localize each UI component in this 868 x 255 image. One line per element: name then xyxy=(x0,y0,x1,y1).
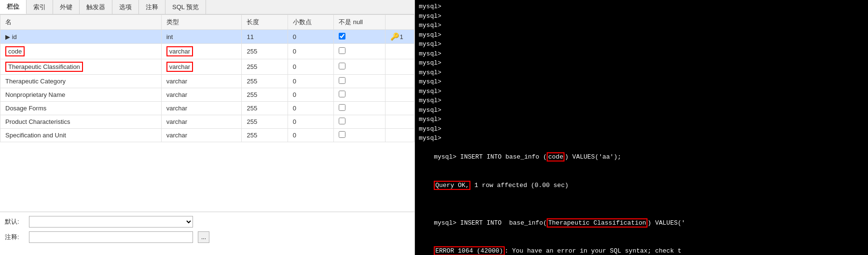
cell-name-7: Specification and Unit xyxy=(0,129,162,142)
comment-input[interactable] xyxy=(29,231,193,243)
highlight-error-code: ERROR 1064 (42000) xyxy=(434,246,504,255)
tab-sql-preview[interactable]: SQL 预览 xyxy=(165,0,206,14)
tab-trigger[interactable]: 触发器 xyxy=(80,0,112,14)
cell-key-2 xyxy=(386,59,414,75)
table-row[interactable]: Dosage Formsvarchar2550 xyxy=(0,102,414,115)
cell-length-1: 255 xyxy=(242,44,288,59)
terminal-prompt-line: mysql> xyxy=(419,58,864,68)
cell-not-null-1 xyxy=(334,44,386,59)
cell-name-6: Product Characteristics xyxy=(0,115,162,129)
table-row[interactable]: Product Characteristicsvarchar2550 xyxy=(0,115,414,129)
default-select[interactable] xyxy=(29,216,193,228)
table-row[interactable]: Therapeutic Classificationvarchar2550 xyxy=(0,59,414,75)
tab-options[interactable]: 选项 xyxy=(112,0,139,14)
bottom-panel: 默认: 注释: ... xyxy=(0,212,414,255)
cell-length-6: 255 xyxy=(242,115,288,129)
terminal-prompt-line: mysql> xyxy=(419,106,864,115)
cell-length-0: 11 xyxy=(242,30,288,44)
cell-type-4: varchar xyxy=(161,88,242,102)
header-key xyxy=(386,15,414,30)
table-row[interactable]: Specification and Unitvarchar2550 xyxy=(0,129,414,142)
cell-type-0: int xyxy=(161,30,242,44)
cell-type-3: varchar xyxy=(161,75,242,88)
tab-foreign-key[interactable]: 外键 xyxy=(53,0,80,14)
cell-length-3: 255 xyxy=(242,75,288,88)
header-type: 类型 xyxy=(161,15,242,30)
cell-decimal-4: 0 xyxy=(288,88,333,102)
cell-not-null-3 xyxy=(334,75,386,88)
terminal-prompt-line: mysql> xyxy=(419,124,864,134)
not-null-checkbox[interactable] xyxy=(339,47,345,54)
not-null-checkbox[interactable] xyxy=(339,118,345,124)
cell-key-5 xyxy=(386,102,414,115)
cell-decimal-7: 0 xyxy=(288,129,333,142)
highlight-tc: Therapeutic Classification xyxy=(547,218,648,228)
terminal-prompt-line: mysql> xyxy=(419,40,864,49)
cell-name-4: Nonproprietary Name xyxy=(0,88,162,102)
table-row[interactable]: Nonproprietary Namevarchar2550 xyxy=(0,88,414,102)
terminal-prompt-line: mysql> xyxy=(419,96,864,106)
cell-length-4: 255 xyxy=(242,88,288,102)
cell-decimal-1: 0 xyxy=(288,44,333,59)
default-row: 默认: xyxy=(5,216,410,228)
tab-index[interactable]: 索引 xyxy=(27,0,53,14)
tab-bar: 栏位 索引 外键 触发器 选项 注释 SQL 预览 xyxy=(0,0,414,14)
cell-length-7: 255 xyxy=(242,129,288,142)
highlighted-type: varchar xyxy=(166,62,193,72)
field-name: Therapeutic Category xyxy=(5,78,66,85)
row-arrow: ▶ xyxy=(5,33,12,40)
field-name: id xyxy=(12,33,17,40)
default-label: 默认: xyxy=(5,217,24,226)
terminal-prompt-line: mysql> xyxy=(419,134,864,143)
dots-button[interactable]: ... xyxy=(198,231,209,243)
cell-not-null-2 xyxy=(334,59,386,75)
cell-not-null-7 xyxy=(334,129,386,142)
not-null-checkbox[interactable] xyxy=(339,77,345,84)
field-name: Nonproprietary Name xyxy=(5,91,65,98)
terminal-prompt-line: mysql> xyxy=(419,49,864,59)
tab-comment[interactable]: 注释 xyxy=(139,0,165,14)
field-name: Product Characteristics xyxy=(5,118,70,125)
terminal-error-line: ERROR 1064 (42000): You have an error in… xyxy=(419,237,864,255)
not-null-checkbox[interactable] xyxy=(339,104,345,111)
terminal-insert-code: mysql> INSERT INTO base_info (code) VALU… xyxy=(419,143,864,172)
terminal-prompt-line: mysql> xyxy=(419,115,864,124)
cell-type-2: varchar xyxy=(161,59,242,75)
terminal-prompt-line: mysql> xyxy=(419,2,864,12)
table-row[interactable]: ▶ idint110🔑1 xyxy=(0,30,414,44)
cell-key-1 xyxy=(386,44,414,59)
cell-decimal-2: 0 xyxy=(288,59,333,75)
terminal-insert-tc: mysql> INSERT INTO base_info(Therapeutic… xyxy=(419,209,864,237)
comment-label: 注释: xyxy=(5,233,24,242)
column-table-area: 名 类型 长度 小数点 不是 null ▶ idint110🔑1 codevar… xyxy=(0,14,414,212)
cell-name-3: Therapeutic Category xyxy=(0,75,162,88)
cell-name-0: ▶ id xyxy=(0,30,162,44)
highlighted-type: varchar xyxy=(166,46,193,56)
cell-type-5: varchar xyxy=(161,102,242,115)
table-row[interactable]: Therapeutic Categoryvarchar2550 xyxy=(0,75,414,88)
cell-decimal-5: 0 xyxy=(288,102,333,115)
cell-not-null-4 xyxy=(334,88,386,102)
cell-not-null-6 xyxy=(334,115,386,129)
terminal-prompt-line: mysql> xyxy=(419,21,864,30)
cell-decimal-0: 0 xyxy=(288,30,333,44)
not-null-checkbox[interactable] xyxy=(339,33,345,40)
highlighted-name: code xyxy=(5,46,25,56)
key-icon: 🔑 xyxy=(390,32,400,40)
not-null-checkbox[interactable] xyxy=(339,91,345,97)
not-null-checkbox[interactable] xyxy=(339,131,345,138)
left-panel: 栏位 索引 外键 触发器 选项 注释 SQL 预览 名 类型 长度 小数点 不是… xyxy=(0,0,415,255)
cell-decimal-6: 0 xyxy=(288,115,333,129)
highlighted-name: Therapeutic Classification xyxy=(5,62,83,72)
terminal-prompt-line: mysql> xyxy=(419,68,864,78)
cell-key-4 xyxy=(386,88,414,102)
cell-key-6 xyxy=(386,115,414,129)
cell-not-null-5 xyxy=(334,102,386,115)
cell-type-1: varchar xyxy=(161,44,242,59)
cell-name-5: Dosage Forms xyxy=(0,102,162,115)
not-null-checkbox[interactable] xyxy=(339,63,345,69)
header-length: 长度 xyxy=(242,15,288,30)
table-row[interactable]: codevarchar2550 xyxy=(0,44,414,59)
tab-columns[interactable]: 栏位 xyxy=(0,0,27,14)
cell-key-7 xyxy=(386,129,414,142)
